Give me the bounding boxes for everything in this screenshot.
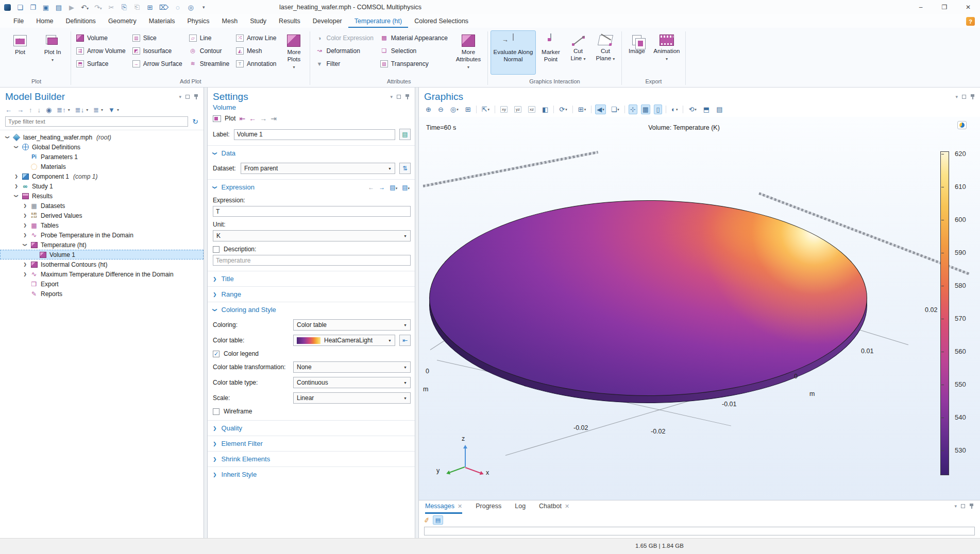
tab-progress[interactable]: Progress <box>476 503 501 514</box>
tab-messages[interactable]: Messages ✕ <box>425 503 462 514</box>
selection-button[interactable]: ❏Selection <box>378 45 450 57</box>
panel-menu-icon[interactable]: ▾ <box>390 94 393 99</box>
plot-first-icon[interactable]: ⇤ <box>240 114 246 123</box>
close-icon[interactable]: ✕ <box>458 503 462 510</box>
go-to-source-icon[interactable]: ⇅ <box>399 163 411 174</box>
wafer-temperature-surface[interactable] <box>429 200 867 396</box>
view-xz-icon[interactable]: xz <box>527 105 537 114</box>
messages-output-area[interactable] <box>424 527 975 535</box>
tree-item-parameters[interactable]: Pi Parameters 1 <box>0 152 204 162</box>
caret-icon[interactable]: ❯ <box>23 262 27 267</box>
section-title[interactable]: ❯ Title <box>208 271 415 286</box>
contour-button[interactable]: ◎Contour <box>187 45 232 57</box>
tab-chatbot[interactable]: Chatbot ✕ <box>539 503 569 514</box>
tree-item-tables[interactable]: ❯ ▦ Tables <box>0 220 204 230</box>
tab-home[interactable]: Home <box>30 15 59 28</box>
select-icon[interactable]: ◌ <box>174 4 181 11</box>
zoom-box-icon[interactable]: ◎▾ <box>449 105 460 114</box>
panel-menu-icon[interactable]: ▾ <box>954 504 957 509</box>
plot-next-icon[interactable]: → <box>260 114 267 123</box>
tree-item-max-temp-difference[interactable]: ❯ ∿ Maximum Temperature Difference in th… <box>0 269 204 279</box>
float-panel-icon[interactable] <box>185 95 190 99</box>
tree-item-isothermal-contours[interactable]: ❯ Isothermal Contours (ht) <box>0 259 204 269</box>
caret-icon[interactable]: ❯ <box>14 174 19 179</box>
filter-button[interactable]: ▼Filter <box>313 58 376 70</box>
color-table-type-select[interactable]: Continuous▼ <box>293 377 411 388</box>
slice-button[interactable]: ▥Slice <box>130 32 185 44</box>
scene-grid-icon[interactable]: ⊞▾ <box>577 105 587 114</box>
new-file-icon[interactable]: ❏ <box>16 4 24 11</box>
go-to-view-icon[interactable]: ⇱▾ <box>480 105 491 114</box>
snapshot-icon[interactable]: ⬒ <box>702 105 711 114</box>
settings-plot-button[interactable]: Plot <box>225 115 236 122</box>
pin-panel-icon[interactable] <box>970 94 975 99</box>
tab-definitions[interactable]: Definitions <box>60 15 102 28</box>
arrow-volume-button[interactable]: ⇶Arrow Volume <box>74 45 128 57</box>
undo-icon[interactable]: ↶▾ <box>81 4 89 11</box>
model-tree-node-text-icon[interactable]: ≣ <box>93 106 99 114</box>
wireframe-checkbox[interactable] <box>213 408 219 415</box>
tree-item-export[interactable]: ❒ Export <box>0 279 204 289</box>
scale-select[interactable]: Linear▼ <box>293 392 411 404</box>
tab-materials[interactable]: Materials <box>143 15 181 28</box>
surface-button[interactable]: ⬒Surface <box>74 58 128 70</box>
plot-render-icon[interactable] <box>957 121 967 129</box>
scene-light-icon[interactable]: ◐▾ <box>670 105 679 114</box>
plot-previous-icon[interactable]: ← <box>249 114 256 123</box>
annotation-button[interactable]: TAnnotation <box>233 58 279 70</box>
section-expression[interactable]: ❯ Expression ← → ▤▾ ▤▾ <box>208 179 415 195</box>
tab-file[interactable]: File <box>7 15 30 28</box>
expand-icon[interactable]: ≣↓ <box>75 106 84 114</box>
tree-item-study[interactable]: ❯ ∞ Study 1 <box>0 181 204 191</box>
unit-select[interactable]: K▼ <box>213 230 411 241</box>
previous-expression-icon[interactable]: ← <box>368 184 374 191</box>
plot-last-icon[interactable]: ⇥ <box>271 114 277 123</box>
expression-input[interactable] <box>213 206 411 217</box>
tree-item-component[interactable]: ❯ Component 1(comp 1) <box>0 171 204 181</box>
pin-panel-icon[interactable] <box>194 94 198 99</box>
tree-item-global-definitions[interactable]: ❯ Global Definitions <box>0 142 204 152</box>
forward-icon[interactable]: → <box>17 106 24 114</box>
delete-icon[interactable]: ⌦ <box>159 4 168 11</box>
tree-item-derived-values[interactable]: ❯ 8.85e-12 Derived Values <box>0 211 204 220</box>
material-appearance-button[interactable]: ▩Material Appearance <box>378 32 450 44</box>
rotate-icon[interactable]: ⟳▾ <box>557 105 568 114</box>
tree-item-probe-temperature[interactable]: ❯ ∿ Probe Temperature in the Domain <box>0 230 204 240</box>
tab-temperature-ht[interactable]: Temperature (ht) <box>348 15 408 28</box>
tab-developer[interactable]: Developer <box>307 15 348 28</box>
camera-icon[interactable]: ◧ <box>540 105 550 114</box>
description-checkbox[interactable] <box>213 246 219 253</box>
panel-menu-icon[interactable]: ▾ <box>179 94 181 99</box>
section-element-filter[interactable]: ❯ Element Filter <box>208 436 415 451</box>
show-color-legend-icon[interactable]: ▯ <box>654 105 662 114</box>
copy-icon[interactable]: ⎘ <box>121 3 128 11</box>
deformation-button[interactable]: ↝Deformation <box>313 45 376 57</box>
move-down-icon[interactable]: ↓ <box>38 106 41 114</box>
close-icon[interactable]: ✕ <box>565 503 569 510</box>
volume-button[interactable]: Volume <box>74 32 128 44</box>
color-table-transformation-select[interactable]: None▼ <box>293 361 411 373</box>
edit-color-table-icon[interactable]: ⇤ <box>399 335 411 346</box>
section-shrink-elements[interactable]: ❯ Shrink Elements <box>208 451 415 466</box>
mesh-button[interactable]: ◭Mesh <box>233 45 279 57</box>
select-mode-icon[interactable]: ◀▾ <box>595 105 606 114</box>
color-table-select[interactable]: HeatCameraLight ▼ <box>293 335 395 346</box>
tree-item-materials[interactable]: Materials <box>0 162 204 171</box>
more-attributes-button[interactable]: More Attributes ▾ <box>452 30 485 75</box>
show-axes-icon[interactable]: ⊹ <box>629 105 637 114</box>
tab-log[interactable]: Log <box>515 503 526 514</box>
caret-icon[interactable]: ❯ <box>5 135 10 140</box>
color-legend-checkbox[interactable]: ✓ <box>213 351 219 357</box>
evaluate-along-normal-button[interactable]: Evaluate Along Normal <box>491 30 536 75</box>
caret-icon[interactable]: ❯ <box>23 243 27 247</box>
tab-results[interactable]: Results <box>273 15 307 28</box>
tree-item-datasets[interactable]: ❯ ▦ Datasets <box>0 201 204 211</box>
line-button[interactable]: ▱Line <box>187 32 232 44</box>
tree-item-reports[interactable]: ✎ Reports <box>0 289 204 299</box>
tab-study[interactable]: Study <box>244 15 273 28</box>
section-inherit-style[interactable]: ❯ Inherit Style <box>208 466 415 482</box>
help-icon[interactable]: ? <box>966 17 975 26</box>
run-icon[interactable]: ▶ <box>68 4 75 11</box>
panel-menu-icon[interactable]: ▾ <box>955 94 958 99</box>
tab-mesh[interactable]: Mesh <box>216 15 244 28</box>
